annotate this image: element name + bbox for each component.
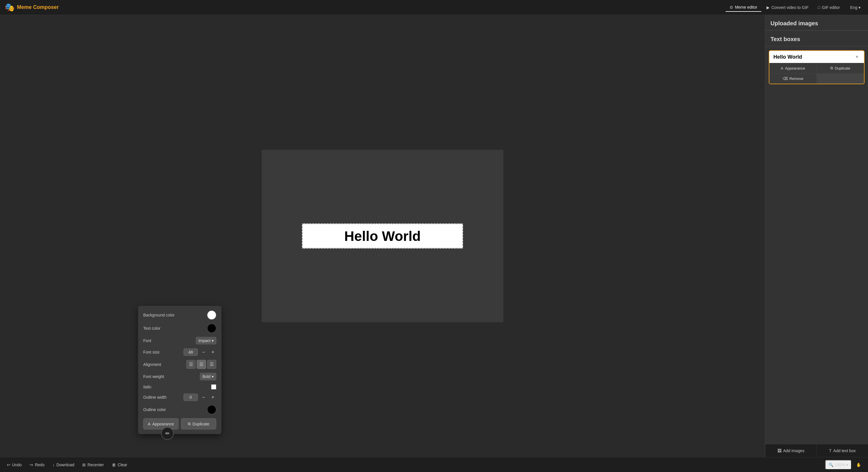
italic-checkbox[interactable] <box>211 384 216 390</box>
bg-color-picker[interactable] <box>207 310 216 319</box>
bottom-bar: ↩ Undo ↪ Redo ↓ Download ⊞ Recenter 🗑 Cl… <box>0 457 868 472</box>
text-color-label: Text color <box>143 326 160 331</box>
nav-tab-meme-editor[interactable]: ⊙ Meme editor <box>725 3 761 12</box>
add-images-icon: 🖼 <box>777 448 781 453</box>
header: 🎭 Meme Composer ⊙ Meme editor ▶ Convert … <box>0 0 868 15</box>
font-size-control: − + <box>184 348 216 356</box>
nav-tab-convert-video[interactable]: ▶ Convert video to GIF <box>763 3 812 11</box>
card-appearance-btn[interactable]: A Appearance <box>769 63 816 73</box>
alignment-row: Alignment ☰ ☰ ☰ <box>143 360 216 369</box>
alignment-group: ☰ ☰ ☰ <box>186 360 216 369</box>
text-boxes-section: Hello World × A Appearance ⧉ Duplicate ⌫… <box>765 46 868 88</box>
add-text-icon: T <box>829 448 832 453</box>
font-size-decrease-btn[interactable]: − <box>200 349 207 356</box>
card-buttons: A Appearance ⧉ Duplicate ⌫ Remove <box>769 63 864 83</box>
font-size-input[interactable] <box>184 348 198 356</box>
clear-btn[interactable]: 🗑 Clear <box>108 461 131 469</box>
recenter-btn[interactable]: ⊞ Recenter <box>79 461 107 469</box>
appearance-popup: Background color Text color Font Impact … <box>138 306 221 434</box>
zoom-icon: 🔍 <box>829 463 834 467</box>
zoom-chevron-icon: ▾ <box>846 463 848 467</box>
popup-appearance-btn[interactable]: A Appearance <box>143 418 179 430</box>
font-label: Font <box>143 338 151 343</box>
outline-color-label: Outline color <box>143 407 166 412</box>
outline-color-row: Outline color <box>143 405 216 414</box>
text-color-row: Text color <box>143 324 216 333</box>
italic-label: Italic <box>143 384 152 389</box>
card-remove-icon: ⌫ <box>782 76 788 81</box>
card-duplicate-btn[interactable]: ⧉ Duplicate <box>817 63 864 73</box>
outline-width-control: − + <box>184 394 216 401</box>
card-remove-btn[interactable]: ⌫ Remove <box>769 74 816 83</box>
outline-width-decrease-btn[interactable]: − <box>200 394 207 401</box>
alignment-label: Alignment <box>143 362 161 367</box>
popup-duplicate-icon: ⧉ <box>188 422 191 426</box>
outline-width-increase-btn[interactable]: + <box>209 394 216 401</box>
download-btn[interactable]: ↓ Download <box>49 461 78 469</box>
outline-width-label: Outline width <box>143 395 166 400</box>
font-weight-label: Font weight <box>143 374 164 379</box>
uploaded-images-title: Uploaded images <box>765 15 868 31</box>
add-images-btn[interactable]: 🖼 Add images <box>765 444 817 457</box>
sidebar: Uploaded images Text boxes Hello World ×… <box>765 15 868 457</box>
text-box-card: Hello World × A Appearance ⧉ Duplicate ⌫… <box>769 50 865 84</box>
popup-duplicate-btn[interactable]: ⧉ Duplicate <box>181 418 216 430</box>
redo-btn[interactable]: ↪ Redo <box>26 461 48 469</box>
logo-text: Meme Composer <box>17 4 59 10</box>
nav-tabs: ⊙ Meme editor ▶ Convert video to GIF □ G… <box>725 3 863 12</box>
text-boxes-title: Text boxes <box>765 31 868 46</box>
meme-editor-icon: ⊙ <box>730 5 733 9</box>
undo-icon: ↩ <box>7 463 10 467</box>
outline-width-input[interactable] <box>184 394 198 401</box>
nav-tab-gif-editor[interactable]: □ GIF editor <box>814 3 844 11</box>
logo-area: 🎭 Meme Composer <box>5 3 59 12</box>
edit-icon: ✏ <box>165 430 170 437</box>
redo-icon: ↪ <box>30 463 33 467</box>
bg-color-label: Background color <box>143 313 175 317</box>
outline-color-picker[interactable] <box>207 405 216 414</box>
align-left-btn[interactable]: ☰ <box>186 360 195 369</box>
logo-icon: 🎭 <box>5 3 15 12</box>
card-appearance-icon: A <box>781 66 783 70</box>
undo-btn[interactable]: ↩ Undo <box>3 461 25 469</box>
zoom-control[interactable]: 🔍 100% ▾ <box>825 460 851 470</box>
font-select[interactable]: Impact ▾ <box>196 337 216 344</box>
align-right-btn[interactable]: ☰ <box>207 360 216 369</box>
bg-color-row: Background color <box>143 310 216 319</box>
outline-width-row: Outline width − + <box>143 394 216 401</box>
bottom-right-controls: 🔍 100% ▾ ✋ <box>825 460 865 470</box>
grab-tool-btn[interactable]: ✋ <box>853 461 865 469</box>
text-box-close-btn[interactable]: × <box>854 54 860 60</box>
canvas-area[interactable]: Hello World Background color Text color … <box>0 15 765 457</box>
popup-appearance-icon: A <box>148 422 150 426</box>
text-color-picker[interactable] <box>207 324 216 333</box>
recenter-icon: ⊞ <box>82 463 86 467</box>
font-weight-row: Font weight Bold ▾ <box>143 373 216 380</box>
align-center-btn[interactable]: ☰ <box>197 360 206 369</box>
chevron-down-icon: ▾ <box>859 5 861 10</box>
italic-row: Italic <box>143 384 216 390</box>
gif-icon: □ <box>818 5 820 10</box>
text-box-card-header: Hello World × <box>769 51 864 63</box>
font-size-label: Font size <box>143 350 160 355</box>
font-weight-chevron-icon: ▾ <box>212 374 214 379</box>
canvas-text-box[interactable]: Hello World <box>302 224 463 249</box>
main: Hello World Background color Text color … <box>0 15 868 457</box>
canvas-content: Hello World <box>262 150 503 322</box>
font-row: Font Impact ▾ <box>143 337 216 344</box>
card-duplicate-icon: ⧉ <box>830 66 833 70</box>
download-icon: ↓ <box>53 463 55 467</box>
grab-icon: ✋ <box>856 463 861 467</box>
edit-circle-btn[interactable]: ✏ <box>161 427 174 440</box>
clear-icon: 🗑 <box>112 463 116 467</box>
font-weight-select[interactable]: Bold ▾ <box>200 373 216 380</box>
sidebar-add-btns: 🖼 Add images T Add text box <box>765 444 868 457</box>
font-size-row: Font size − + <box>143 348 216 356</box>
lang-selector[interactable]: Eng ▾ <box>847 3 863 11</box>
convert-icon: ▶ <box>767 5 770 10</box>
font-size-increase-btn[interactable]: + <box>209 349 216 356</box>
add-text-box-btn[interactable]: T Add text box <box>817 444 868 457</box>
popup-bottom-buttons: A Appearance ⧉ Duplicate <box>143 418 216 430</box>
font-chevron-icon: ▾ <box>212 338 214 343</box>
